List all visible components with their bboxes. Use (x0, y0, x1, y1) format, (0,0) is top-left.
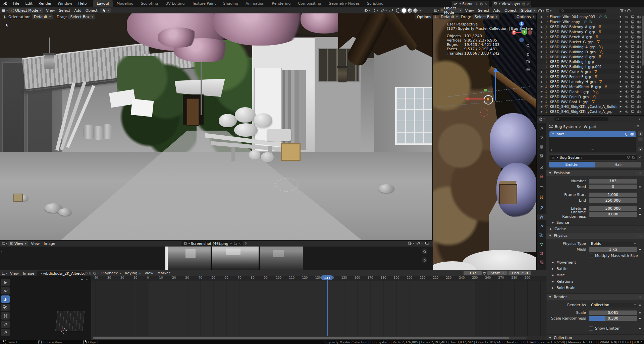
cursor-tool[interactable] (1, 287, 10, 294)
menu-object[interactable]: Object (84, 8, 100, 13)
move-tool[interactable] (1, 295, 10, 303)
camera-icon[interactable] (637, 40, 641, 44)
uv-image-editor[interactable]: ▾ ViewImage ▾ wbdjcludw_2K_Albedo.jpg + … (0, 270, 91, 340)
camera-icon[interactable] (637, 35, 641, 39)
render-as-dropdown[interactable]: Collection▾ (589, 303, 637, 307)
editor-type-icon[interactable]: ▾ (433, 9, 439, 12)
monitor-icon[interactable] (631, 80, 635, 84)
emitter-button[interactable]: Emitter (549, 162, 595, 167)
timeline-editor[interactable]: ▾ Playback ▾Keying ▾ViewMarker 137 Start… (91, 270, 547, 340)
outliner-row[interactable]: ▶KB3D_FAV_Crate_A_grp∇ (537, 69, 641, 74)
new-collection-icon[interactable] (627, 9, 631, 13)
end-frame-field[interactable]: End250 (508, 271, 531, 275)
shading-rendered-button[interactable] (413, 8, 418, 13)
monitor-icon[interactable] (631, 90, 635, 93)
camera-icon[interactable] (637, 85, 641, 88)
filter-type-icon[interactable]: ▾ (545, 9, 551, 13)
properties-tab-modifiers[interactable] (537, 205, 546, 211)
collection-panel-header[interactable]: ▼Collection (546, 335, 644, 340)
eye-icon[interactable] (625, 60, 629, 64)
eye-icon[interactable] (625, 40, 629, 44)
camera-icon[interactable] (637, 20, 641, 24)
eye-icon[interactable] (625, 15, 629, 19)
camera-view-icon[interactable] (526, 60, 530, 65)
timeline-menu-marker[interactable]: Marker (155, 271, 172, 275)
eye-icon[interactable] (625, 45, 629, 49)
gizmo-z-axis[interactable]: Z (519, 21, 524, 26)
menu-view[interactable]: View (8, 271, 21, 276)
menu-view[interactable]: View (29, 242, 42, 246)
monitor-icon[interactable] (631, 30, 635, 34)
selectable-icon[interactable] (619, 70, 623, 74)
selectable-icon[interactable] (619, 90, 623, 93)
current-frame-field[interactable]: 137 (464, 271, 482, 275)
expand-arrow-icon[interactable]: ▶ (540, 70, 543, 73)
properties-tab-data[interactable] (537, 241, 546, 247)
editor-type-icon[interactable]: ▾ (1, 8, 8, 13)
pan-icon[interactable]: ‹› (86, 278, 88, 281)
source-subpanel[interactable]: ▶Source (546, 220, 644, 225)
animate-dot[interactable] (639, 208, 641, 209)
menu-object[interactable]: Object (502, 8, 519, 13)
particle-settings-name-field[interactable]: ▾ Bug System (549, 154, 637, 160)
ortho-grid-icon[interactable] (526, 67, 530, 72)
rotate-tool[interactable] (1, 304, 10, 311)
animate-dot[interactable] (639, 214, 641, 215)
search-input[interactable] (559, 9, 606, 13)
monitor-icon[interactable] (631, 75, 635, 79)
workspace-tab-uv-editing[interactable]: UV Editing (162, 0, 188, 7)
object-name[interactable]: KB3D_FAV_Crate_A_grp (550, 70, 591, 74)
outliner-row[interactable]: ▶KB3D_FAV_Building_D_grp∇2 (537, 49, 641, 54)
list-resize-grip[interactable]: :::: (591, 149, 596, 152)
selectable-icon[interactable] (619, 30, 623, 34)
transform-orientation-selector[interactable]: Global▾ (519, 8, 537, 13)
timeline-tracks[interactable] (91, 281, 547, 336)
workspace-tab-shading[interactable]: Shading (220, 0, 242, 7)
properties-tab-object[interactable] (537, 194, 546, 200)
object-name[interactable]: KB3D_FAV_Building_A_grp (550, 45, 595, 49)
show-emitter-checkbox[interactable] (589, 326, 593, 331)
pin-icon[interactable] (244, 242, 248, 246)
selectable-icon[interactable] (619, 40, 623, 44)
editor-type-icon[interactable]: ▾ (1, 242, 7, 246)
editor-type-icon[interactable]: ▾ (1, 271, 7, 275)
shading-solid-button[interactable] (402, 8, 406, 13)
cursor-2d-icon[interactable] (61, 328, 67, 334)
monitor-icon[interactable] (631, 15, 635, 19)
orientation-selector[interactable]: Default▾ (439, 14, 460, 19)
expand-arrow-icon[interactable]: ▶ (540, 15, 543, 18)
monitor-icon[interactable] (631, 45, 635, 49)
editor-type-icon[interactable]: ▾ (539, 117, 545, 121)
camera-icon[interactable] (637, 90, 641, 93)
xray-icon[interactable] (389, 8, 393, 13)
eye-icon[interactable] (625, 65, 629, 69)
outliner-row[interactable]: ▶KB3D_FAV_Fence_F_grp∇ (537, 74, 641, 79)
mode-selector[interactable]: Object Mode▾ (8, 8, 43, 13)
expand-arrow-icon[interactable]: ▶ (540, 85, 543, 88)
eye-icon[interactable] (625, 90, 629, 93)
zoom-plus-icon[interactable]: + (80, 278, 83, 281)
expand-arrow-icon[interactable]: ▶ (540, 25, 543, 28)
breadcrumb-particle-system[interactable]: part (589, 125, 597, 129)
monitor-icon[interactable] (631, 25, 635, 29)
add-particle-system-button[interactable]: + (638, 131, 643, 136)
eye-icon[interactable] (625, 110, 629, 114)
multiply-mass-checkbox[interactable] (589, 254, 593, 258)
object-name[interactable]: KB3D_FAV_Plank_I_grp (550, 90, 589, 94)
transform-tool[interactable] (1, 321, 10, 328)
expand-arrow-icon[interactable]: ▶ (540, 75, 543, 78)
object-name[interactable]: KB3D_FAV_Building_I_grp.001 (550, 65, 602, 69)
sidebar-collapse-arrow[interactable]: ‹ (533, 22, 534, 25)
workspace-tab-sculpting[interactable]: Sculpting (137, 0, 162, 7)
cache-panel[interactable]: ▶Cache:::: (546, 225, 644, 232)
object-name[interactable]: KB3D_FAV_Balcony_A_grp (550, 25, 595, 29)
outliner-row[interactable]: ▶KB3D_FAV_Building_A_grp∇2 (537, 44, 641, 49)
monitor-icon[interactable] (631, 70, 635, 74)
number-field[interactable]: 0.000 (589, 212, 637, 217)
selectable-icon[interactable] (619, 85, 623, 88)
expand-arrow-icon[interactable]: ▶ (540, 110, 543, 113)
workspace-tab-animation[interactable]: Animation (242, 0, 268, 7)
physics-panel-header[interactable]: ▼Physics:::: (546, 232, 644, 239)
copy-icon[interactable] (89, 272, 91, 275)
menu-add[interactable]: Add (72, 8, 83, 13)
